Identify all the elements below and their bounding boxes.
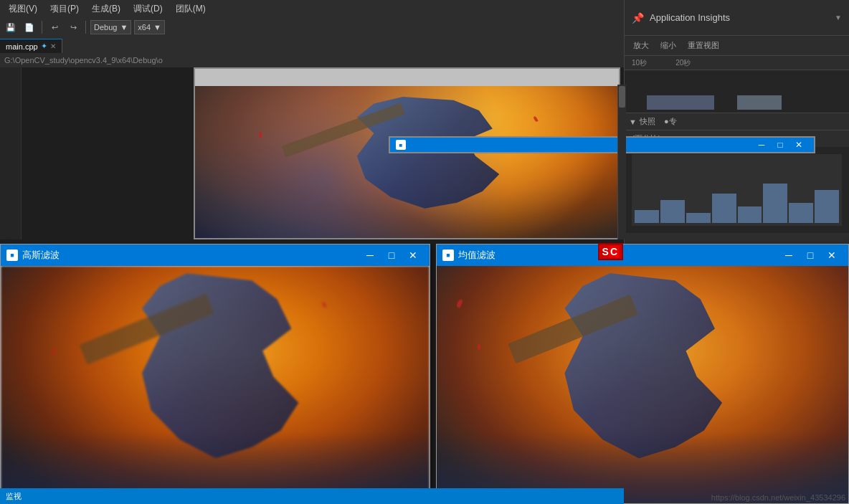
perf-chart-inner <box>632 154 842 226</box>
menu-build[interactable]: 生成(B) <box>86 1 126 16</box>
chevron-down-icon-2: ▼ <box>153 23 161 32</box>
perf-bar-2 <box>660 200 685 223</box>
menu-project[interactable]: 项目(P) <box>44 1 85 16</box>
footer-url: https://blog.csdn.net/weixin_43534296 <box>711 493 845 502</box>
cv-main-window: ■ ─ □ ✕ <box>194 67 620 239</box>
tab-dirty-indicator: ✦ <box>41 42 47 51</box>
timeline-bar-1 <box>647 95 714 110</box>
gauss-minimize-button[interactable]: ─ <box>359 244 381 266</box>
scrollbar-thumb[interactable] <box>619 86 625 108</box>
timeline-10s: 10秒 <box>632 58 647 68</box>
debug-config-label: Debug <box>94 23 117 32</box>
menubar: 视图(V) 项目(P) 生成(B) 调试(D) 团队(M) <box>0 0 624 17</box>
redo-button[interactable]: ↪ <box>65 19 81 35</box>
gauss-char-body <box>129 273 309 458</box>
mean-window-icon: ■ <box>442 249 454 261</box>
toolbar-separator-2 <box>85 21 86 34</box>
mean-char-body <box>552 273 734 458</box>
reset-view-button[interactable]: 重置视图 <box>683 39 724 52</box>
perf-bars <box>632 154 842 226</box>
menu-view[interactable]: 视图(V) <box>3 1 43 16</box>
mean-restore-button[interactable]: □ <box>800 244 821 266</box>
debug-config-dropdown[interactable]: Debug ▼ <box>90 20 131 34</box>
file-tabs: main.cpp ✦ ✕ <box>0 37 624 53</box>
maximize-button[interactable]: □ <box>771 138 789 151</box>
gauss-title-text: 高斯滤波 <box>22 249 60 262</box>
perf-bar-3 <box>686 213 711 223</box>
gauss-red-2 <box>321 301 326 308</box>
mean-image <box>437 266 848 503</box>
specialist-label: ●专 <box>664 116 677 127</box>
minimize-button[interactable]: ─ <box>752 138 771 151</box>
dropdown-arrow[interactable]: ▼ <box>835 14 842 22</box>
perf-bar-5 <box>738 206 762 223</box>
timeline-ruler: 10秒 20秒 <box>625 56 849 70</box>
toolbar: 💾 📄 ↩ ↪ Debug ▼ x64 ▼ <box>0 17 624 37</box>
toolbar-separator <box>42 21 42 34</box>
new-file-button[interactable]: 📄 <box>22 19 37 35</box>
gauss-window-icon: ■ <box>6 249 18 261</box>
perf-bar-4 <box>712 194 736 223</box>
mean-titlebar: ■ 均值滤波 ─ □ ✕ <box>437 244 848 266</box>
platform-dropdown[interactable]: x64 ▼ <box>134 20 165 34</box>
csdn-text: S <box>602 246 609 257</box>
mean-red-2 <box>455 299 463 308</box>
filter-row: ▼ 快照 ●专 <box>625 113 849 130</box>
chevron-down-icon: ▼ <box>120 23 128 32</box>
close-tab-button[interactable]: ✕ <box>50 42 56 50</box>
gauss-red-1 <box>52 349 55 355</box>
timeline-bar-2 <box>737 95 782 110</box>
gauss-restore-button[interactable]: □ <box>381 244 402 266</box>
snapshot-filter-icon: ▼ <box>629 118 637 126</box>
timeline-content[interactable] <box>625 70 849 113</box>
red-leaf-1 <box>259 132 262 138</box>
mean-window: ■ 均值滤波 ─ □ ✕ https://blog.csdn.net/weixi… <box>436 244 849 504</box>
menu-debug[interactable]: 调试(D) <box>128 1 169 16</box>
gauss-close-button[interactable]: ✕ <box>402 244 424 266</box>
line-numbers <box>0 67 22 239</box>
mean-close-button[interactable]: ✕ <box>821 244 843 266</box>
tab-main-cpp[interactable]: main.cpp ✦ ✕ <box>0 39 62 53</box>
perf-bar-6 <box>763 184 787 223</box>
tab-label: main.cpp <box>6 42 38 51</box>
menu-team[interactable]: 团队(M) <box>170 1 212 16</box>
mean-window-controls: ─ □ ✕ <box>778 244 843 266</box>
perf-bar-1 <box>635 210 659 223</box>
perf-bar-8 <box>815 190 839 223</box>
mean-minimize-button[interactable]: ─ <box>778 244 800 266</box>
breadcrumb: G:\OpenCV_study\opencv3.4_9\x64\Debug\o <box>0 53 624 67</box>
red-leaf-3 <box>533 116 538 123</box>
gauss-content <box>1 266 430 503</box>
cv-window-icon: ■ <box>396 140 406 150</box>
gauss-title-content: ■ 高斯滤波 <box>6 249 60 262</box>
code-editor[interactable] <box>0 67 194 239</box>
zoom-in-button[interactable]: 放大 <box>629 39 653 52</box>
cv-main-titlebar: ■ ─ □ ✕ <box>389 136 815 153</box>
undo-button[interactable]: ↩ <box>47 19 62 35</box>
csdn-logo-badge: SC <box>598 243 623 260</box>
gauss-window: ■ 高斯滤波 ─ □ ✕ <box>0 244 430 504</box>
scrollbar-vertical[interactable] <box>617 85 626 239</box>
mean-red-1 <box>478 344 480 350</box>
mean-content: https://blog.csdn.net/weixin_43534296 <box>437 266 848 503</box>
mean-title-content: ■ 均值滤波 <box>442 249 495 262</box>
statusbar-label: 监视 <box>6 491 22 502</box>
cv-window-controls: ─ □ ✕ <box>752 138 808 151</box>
footer-url-text: https://blog.csdn.net/weixin_43534296 <box>711 493 845 502</box>
vs-statusbar: 监视 <box>0 488 624 504</box>
timeline-area: 10秒 20秒 <box>625 56 849 113</box>
zoom-out-button[interactable]: 缩小 <box>656 39 680 52</box>
perf-chart <box>625 147 849 233</box>
game-image-main <box>195 86 619 238</box>
perf-bar-7 <box>789 203 813 223</box>
gauss-titlebar: ■ 高斯滤波 ─ □ ✕ <box>1 244 430 266</box>
app-insights-title: Application Insights <box>650 12 829 23</box>
gauss-window-controls: ─ □ ✕ <box>359 244 424 266</box>
right-panel-header: 📌 Application Insights ▼ <box>625 0 849 36</box>
timeline-20s: 20秒 <box>675 58 691 68</box>
csdn-c-text: C <box>609 246 619 257</box>
mean-title-text: 均值滤波 <box>458 249 495 262</box>
save-button[interactable]: 💾 <box>3 19 19 35</box>
diagnostic-toolbar: 放大 缩小 重置视图 <box>625 36 849 56</box>
close-button[interactable]: ✕ <box>789 138 808 151</box>
